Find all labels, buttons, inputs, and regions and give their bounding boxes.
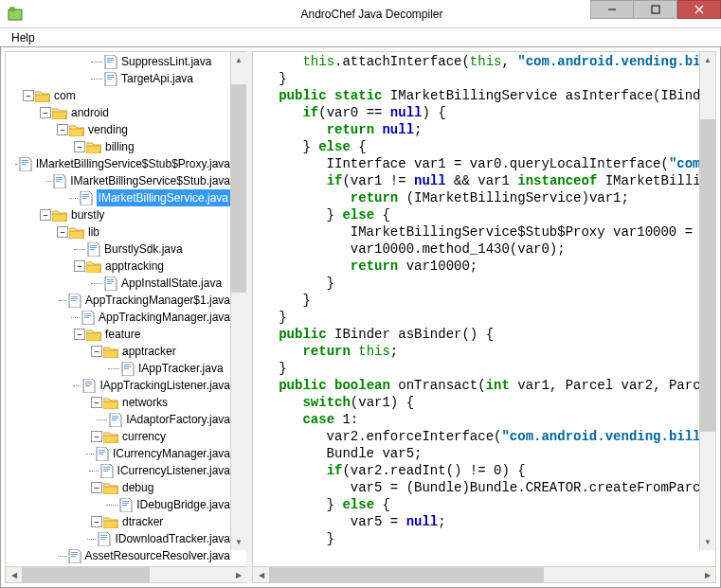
tree-node[interactable]: IMarketBillingService.java <box>6 189 230 206</box>
tree-node-label[interactable]: debug <box>122 479 153 496</box>
tree-toggle-icon[interactable]: − <box>57 226 68 238</box>
code-viewer[interactable]: this.attachInterface(this, "com.android.… <box>253 52 715 549</box>
tree-node-label[interactable]: burstly <box>71 206 104 223</box>
tree-node[interactable]: SuppressLint.java <box>6 53 230 70</box>
tree-node-label[interactable]: ICurrencyListener.java <box>117 462 230 479</box>
tree-node-label[interactable]: AppTrackingManager.java <box>99 309 230 326</box>
code-hscroll[interactable]: ◀ ▶ <box>253 566 715 582</box>
tree-node[interactable]: −com <box>6 87 230 104</box>
tree-hscroll-thumb[interactable] <box>22 567 150 583</box>
tree-node[interactable]: −dtracker <box>6 513 230 530</box>
tree-node[interactable]: −debug <box>6 479 230 496</box>
code-line: return null; <box>255 121 699 138</box>
scroll-up-icon[interactable]: ▲ <box>231 52 246 68</box>
tree-node-label[interactable]: lib <box>88 223 99 241</box>
tree-node[interactable]: −vending <box>6 121 230 138</box>
tree-node[interactable]: BurstlySdk.java <box>6 241 230 258</box>
tree-toggle-icon[interactable]: − <box>57 124 68 135</box>
code-hscroll-thumb[interactable] <box>269 567 544 583</box>
tree-node-label[interactable]: vending <box>88 121 128 138</box>
tree-node[interactable]: ICurrencyListener.java <box>6 462 230 479</box>
tree-node-label[interactable]: IAdaptorFactory.java <box>126 411 230 428</box>
tree-node-label[interactable]: networks <box>122 394 168 411</box>
tree-node-label[interactable]: IMarketBillingService$Stub$Proxy.java <box>36 155 230 172</box>
scroll-left-icon[interactable]: ◀ <box>6 567 22 583</box>
svg-rect-51 <box>100 535 107 536</box>
file-tree[interactable]: SuppressLint.javaTargetApi.java−com−andr… <box>6 52 246 566</box>
tree-toggle-icon[interactable]: − <box>91 482 102 493</box>
tree-node[interactable]: IAdaptorFactory.java <box>6 411 230 428</box>
tree-node[interactable]: AssetResourceResolver.java <box>6 547 230 564</box>
maximize-button[interactable] <box>634 0 677 19</box>
tree-toggle-icon[interactable]: − <box>74 329 85 340</box>
tree-node-label[interactable]: com <box>54 87 76 104</box>
tree-node[interactable]: −android <box>6 104 230 121</box>
minimize-button[interactable] <box>590 0 634 19</box>
tree-node[interactable]: −apptracking <box>6 258 230 275</box>
tree-node-label[interactable]: AssetResourceResolver.java <box>85 547 230 564</box>
tree-node[interactable]: AppTrackingManager$1.java <box>6 292 230 309</box>
tree-node[interactable]: −feature <box>6 326 230 343</box>
tree-toggle-icon[interactable]: − <box>74 141 85 152</box>
tree-hscroll[interactable]: ◀ ▶ <box>6 566 246 582</box>
tree-node-label[interactable]: SuppressLint.java <box>121 53 211 70</box>
tree-node-label[interactable]: IDebugBridge.java <box>136 496 230 513</box>
tree-node[interactable]: IMarketBillingService$Stub.java <box>6 172 230 189</box>
tree-toggle-icon[interactable]: − <box>91 431 102 442</box>
tree-node-label[interactable]: AppTrackingManager$1.java <box>85 292 230 309</box>
tree-node-label[interactable]: apptracker <box>122 343 176 360</box>
tree-node[interactable]: IDownloadTracker.java <box>6 530 230 547</box>
tree-node-label[interactable]: apptracking <box>105 258 164 275</box>
tree-node[interactable]: −networks <box>6 394 230 411</box>
tree-node[interactable]: −billing <box>6 138 230 155</box>
tree-node[interactable]: IDebugBridge.java <box>6 496 230 513</box>
tree-node-label[interactable]: android <box>71 104 109 121</box>
tree-node[interactable]: −apptracker <box>6 343 230 360</box>
tree-node[interactable]: AppInstallState.java <box>6 275 230 292</box>
tree-node[interactable]: IAppTrackingListener.java <box>6 377 230 394</box>
tree-node[interactable]: −lib <box>6 223 230 241</box>
scroll-right-icon[interactable]: ▶ <box>230 567 246 583</box>
tree-toggle-icon[interactable]: − <box>91 397 102 408</box>
folder-icon <box>35 90 50 102</box>
code-line: } else { <box>255 138 699 155</box>
scroll-up-icon[interactable]: ▲ <box>700 52 715 68</box>
tree-vscroll-thumb[interactable] <box>231 84 246 293</box>
tree-toggle-icon[interactable]: − <box>40 107 51 118</box>
tree-toggle-icon[interactable]: − <box>91 346 102 357</box>
tree-node[interactable]: AppTrackingManager.java <box>6 309 230 326</box>
tree-node[interactable]: ICurrencyManager.java <box>6 445 230 462</box>
tree-node-label[interactable]: IAppTracker.java <box>138 360 224 377</box>
tree-node-label[interactable]: TargetApi.java <box>121 70 193 87</box>
file-icon <box>121 362 135 376</box>
tree-node-label[interactable]: currency <box>122 428 166 445</box>
tree-node-label[interactable]: AppInstallState.java <box>121 275 222 292</box>
tree-node-label[interactable]: IMarketBillingService.java <box>97 189 230 206</box>
tree-node-label[interactable]: BurstlySdk.java <box>104 241 183 258</box>
code-vscroll[interactable]: ▲ ▼ <box>699 52 715 550</box>
scroll-left-icon[interactable]: ◀ <box>253 567 269 583</box>
menu-help[interactable]: Help <box>4 29 43 46</box>
tree-node[interactable]: −burstly <box>6 206 230 223</box>
tree-node[interactable]: TargetApi.java <box>6 70 230 87</box>
tree-node[interactable]: −currency <box>6 428 230 445</box>
tree-node-label[interactable]: billing <box>105 138 135 155</box>
tree-node-label[interactable]: IAppTrackingListener.java <box>99 377 230 394</box>
tree-node-label[interactable]: feature <box>105 326 140 343</box>
tree-toggle-icon[interactable]: − <box>74 260 85 272</box>
tree-node-label[interactable]: dtracker <box>122 513 163 530</box>
tree-node-label[interactable]: IMarketBillingService$Stub.java <box>70 172 230 189</box>
close-button[interactable] <box>677 0 721 19</box>
scroll-down-icon[interactable]: ▼ <box>231 534 246 550</box>
scroll-down-icon[interactable]: ▼ <box>700 534 715 550</box>
tree-vscroll[interactable]: ▲ ▼ <box>230 52 246 550</box>
tree-node-label[interactable]: ICurrencyManager.java <box>113 445 230 462</box>
tree-toggle-icon[interactable]: − <box>40 209 51 221</box>
tree-node[interactable]: IAppTracker.java <box>6 360 230 377</box>
tree-toggle-icon[interactable]: − <box>23 90 34 101</box>
tree-toggle-icon[interactable]: − <box>91 516 102 527</box>
tree-node[interactable]: IMarketBillingService$Stub$Proxy.java <box>6 155 230 172</box>
code-vscroll-thumb[interactable] <box>700 119 715 432</box>
scroll-right-icon[interactable]: ▶ <box>699 567 715 583</box>
tree-node-label[interactable]: IDownloadTracker.java <box>115 530 230 547</box>
